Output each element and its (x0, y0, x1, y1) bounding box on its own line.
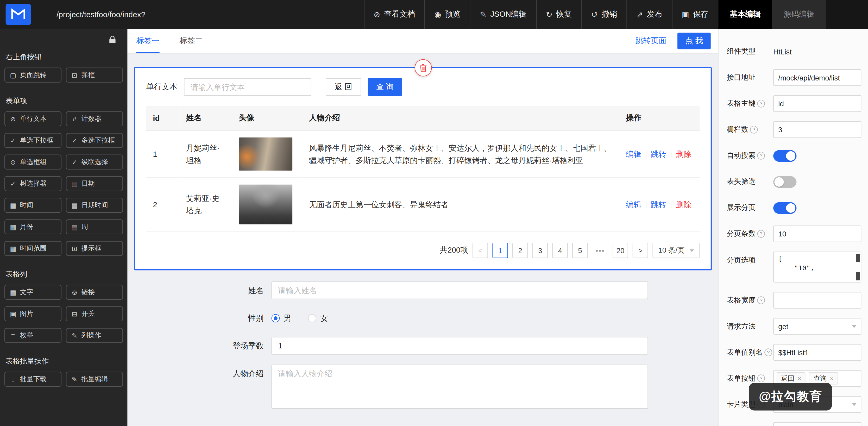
modal-icon: ⊡ (71, 71, 78, 79)
restore-button[interactable]: ↻ 恢复 (536, 0, 581, 29)
page-button-5[interactable]: 5 (572, 243, 588, 258)
list-component-panel[interactable]: 单行文本 返 回 查 询 id 姓名 头像 人物介绍 (134, 67, 712, 270)
jump-row-link[interactable]: 跳转 (651, 200, 666, 210)
component-item-text-input[interactable]: ⊘单行文本 (4, 112, 61, 126)
gender-radio-female[interactable]: 女 (308, 309, 328, 327)
component-item-label: 时间 (20, 201, 33, 210)
component-item-modal[interactable]: ⊡ 弹框 (66, 68, 123, 83)
image-column-icon: ▣ (9, 310, 17, 318)
help-icon[interactable]: ? (750, 126, 758, 133)
page-options-editor[interactable]: [ "10", (773, 251, 861, 282)
delete-row-link[interactable]: 删除 (676, 200, 691, 210)
name-field[interactable] (272, 281, 648, 299)
publish-button[interactable]: ⇗ 发布 (626, 0, 672, 29)
component-item-tree-select[interactable]: ✓树选择器 (4, 176, 61, 191)
component-item-date[interactable]: ▦日期 (66, 176, 123, 191)
table-key-field[interactable] (773, 95, 861, 112)
next-page-button[interactable]: > (633, 243, 648, 258)
table-width-field[interactable] (773, 292, 861, 309)
component-item-radio-group[interactable]: ⊙单选框组 (4, 155, 61, 170)
help-icon[interactable]: ? (757, 230, 765, 238)
component-item-week[interactable]: ▦周 (66, 219, 123, 234)
edit-row-link[interactable]: 编辑 (626, 200, 642, 210)
remove-tag-icon[interactable]: × (830, 375, 834, 381)
api-url-field[interactable] (773, 69, 861, 86)
config-row-request-method: 请求方法 get (726, 318, 861, 335)
canvas-tab-two[interactable]: 标签二 (179, 29, 203, 53)
canvas-tabstrip: 标签一 标签二 跳转页面 点 我 (127, 29, 718, 54)
back-button[interactable]: 返 回 (326, 78, 361, 96)
component-item-label: 日期时间 (82, 201, 108, 210)
component-item-time-range[interactable]: ▦时间范围 (4, 241, 61, 256)
json-edit-button[interactable]: ✎ JSON编辑 (470, 0, 536, 29)
page-button-4[interactable]: 4 (553, 243, 568, 258)
card-title-field[interactable] (773, 422, 861, 426)
component-item-column-actions[interactable]: ✎列操作 (66, 328, 123, 343)
component-item-tooltip[interactable]: ⊞提示框 (66, 241, 123, 256)
page-button-1[interactable]: 1 (493, 243, 508, 258)
app-logo[interactable] (5, 4, 31, 25)
component-item-time[interactable]: ▦时间 (4, 198, 61, 213)
topbar-filler (826, 0, 868, 29)
header-filter-toggle[interactable] (773, 176, 797, 188)
component-item-multi-select[interactable]: ✓多选下拉框 (66, 133, 123, 148)
page-button-2[interactable]: 2 (513, 243, 528, 258)
help-icon[interactable]: ? (757, 100, 765, 108)
page-jump-icon: ▢ (9, 71, 17, 79)
tab-source-edit[interactable]: 源码编辑 (772, 0, 826, 29)
preview-button[interactable]: ◉ 预览 (424, 0, 470, 29)
auto-search-toggle[interactable] (773, 150, 797, 162)
component-item-datetime[interactable]: ▦日期时间 (66, 198, 123, 213)
delete-component-button[interactable] (414, 59, 431, 77)
component-item-month[interactable]: ▦月份 (4, 219, 61, 234)
chevron-down-icon (852, 325, 856, 328)
component-item-image-column[interactable]: ▣图片 (4, 306, 61, 321)
component-item-text-column[interactable]: ▤文字 (4, 285, 61, 300)
query-button[interactable]: 查 询 (368, 78, 402, 96)
component-item-batch-edit[interactable]: ✎批量编辑 (66, 372, 123, 387)
help-icon[interactable]: ? (764, 348, 772, 356)
component-item-label: 页面跳转 (20, 70, 46, 80)
help-icon[interactable]: ? (757, 374, 765, 382)
page-button-20[interactable]: 20 (613, 243, 628, 258)
intro-field[interactable] (272, 365, 648, 409)
request-method-select[interactable]: get (773, 318, 861, 335)
form-row-name: 姓名 (134, 281, 712, 299)
click-me-button[interactable]: 点 我 (677, 33, 711, 50)
component-item-page-jump[interactable]: ▢ 页面跳转 (4, 68, 61, 83)
prev-page-button[interactable]: < (472, 243, 488, 258)
undo-button[interactable]: ↺ 撤销 (581, 0, 626, 29)
form-component[interactable]: 姓名 性别 男 女 登场季数 人物介 (134, 270, 712, 411)
component-item-counter[interactable]: #计数器 (66, 112, 123, 126)
page-button-3[interactable]: 3 (532, 243, 548, 258)
remove-tag-icon[interactable]: × (798, 375, 801, 381)
delete-row-link[interactable]: 删除 (676, 149, 691, 159)
component-item-single-select[interactable]: ✓单选下拉框 (4, 133, 61, 148)
component-item-batch-download[interactable]: ↓批量下载 (4, 372, 61, 387)
canvas-tab-one[interactable]: 标签一 (136, 29, 159, 53)
page-size-field[interactable] (773, 225, 861, 242)
show-pagination-toggle[interactable] (773, 202, 797, 214)
component-item-link-column[interactable]: ⊚链接 (66, 285, 123, 300)
jump-page-link[interactable]: 跳转页面 (636, 36, 666, 46)
help-icon[interactable]: ? (757, 152, 765, 160)
view-docs-button[interactable]: ⊘ 查看文档 (364, 0, 424, 29)
jump-row-link[interactable]: 跳转 (651, 149, 666, 159)
lock-icon[interactable] (108, 35, 116, 44)
search-input[interactable] (184, 78, 311, 96)
grid-columns-field[interactable] (773, 121, 861, 138)
seasons-field[interactable] (272, 337, 648, 355)
component-item-enum-column[interactable]: ≡枚举 (4, 328, 61, 343)
component-item-switch-column[interactable]: ⊟开关 (66, 306, 123, 321)
form-alias-field[interactable] (773, 344, 861, 361)
tab-basic-edit[interactable]: 基本编辑 (718, 0, 772, 29)
component-item-cascader[interactable]: ✓级联选择 (66, 155, 123, 170)
page-size-select[interactable]: 10 条/页 (653, 243, 700, 258)
save-button[interactable]: ▣ 保存 (672, 0, 718, 29)
gender-radio-male[interactable]: 男 (272, 309, 291, 327)
switch-column-icon: ⊟ (71, 310, 78, 318)
avatar-image (239, 138, 292, 171)
edit-row-link[interactable]: 编辑 (626, 149, 642, 159)
component-item-label: 链接 (82, 287, 95, 297)
help-icon[interactable]: ? (757, 296, 765, 304)
